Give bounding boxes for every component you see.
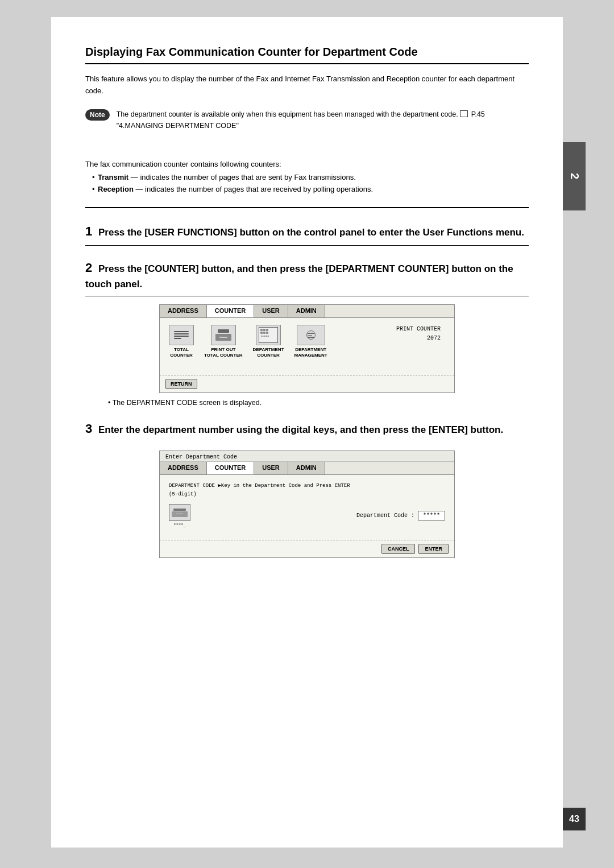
dept-counter-icon: **** [256,325,281,345]
page-title: Displaying Fax Communication Counter for… [85,46,529,64]
dept-fax-icon-wrap: ****_ [169,504,190,527]
note-badge: Note [85,109,110,121]
page: 2 43 Displaying Fax Communication Counte… [51,17,563,848]
tab-admin[interactable]: ADMIN [288,305,325,317]
screen1-body: TOTALCOUNTER [160,318,454,375]
counters-intro: The fax communication counter contains f… [85,160,529,168]
page-number: 43 [563,808,586,830]
intro-text: This feature allows you to display the n… [85,73,529,97]
mgmt-circle [306,330,316,340]
screen1-icons-row: TOTALCOUNTER [169,325,327,358]
tab-counter[interactable]: COUNTER [207,305,254,317]
tab2-address[interactable]: ADDRESS [160,462,207,474]
dept-fax-icon [169,504,190,521]
tab2-admin[interactable]: ADMIN [288,462,325,474]
dept-mgmt-icon-item[interactable]: DEPARTMENTMANAGEMENT [294,325,327,358]
tab2-user[interactable]: USER [254,462,288,474]
screen1-footer: RETURN [160,375,454,392]
step-2-heading: 2 Press the [COUNTER] button, and then p… [85,258,529,297]
bullet-list: Transmit — indicates the number of pages… [85,172,529,196]
printout-counter-label: PRINT OUTTOTAL COUNTER [204,347,243,358]
dept-counter-icon-item[interactable]: **** DEPARTMENTCOUNTER [253,325,284,358]
tab2-counter[interactable]: COUNTER [207,462,254,474]
fax-icon: **** [259,327,278,343]
note-text: The department counter is available only… [117,110,485,130]
bullet-reception: Reception — indicates the number of page… [92,184,529,196]
step-1-heading: 1 Press the [USER FUNCTIONS] button on t… [85,222,529,246]
screen1-tabs: ADDRESS COUNTER USER ADMIN [160,305,454,318]
dept-mgmt-label: DEPARTMENTMANAGEMENT [294,347,327,358]
step-3: 3 Enter the department number using the … [85,419,529,558]
step-2: 2 Press the [COUNTER] button, and then p… [85,258,529,407]
printer-top [218,329,229,333]
total-counter-icon [169,325,194,345]
printer-body [215,334,231,341]
dept-code-box: Department Code : ***** [356,511,445,520]
cancel-button[interactable]: CANCEL [381,544,416,554]
step-3-heading: 3 Enter the department number using the … [85,419,529,443]
screen2-body: DEPARTMENT CODE ▶Key in the Department C… [160,475,454,540]
screen2-footer: CANCEL ENTER [160,540,454,557]
total-counter-icon-item[interactable]: TOTALCOUNTER [169,325,194,358]
step-1: 1 Press the [USER FUNCTIONS] button on t… [85,222,529,246]
note-content: The department counter is available only… [117,109,529,132]
total-counter-label: TOTALCOUNTER [170,347,193,358]
screen2-tabs: ADDRESS COUNTER USER ADMIN [160,462,454,475]
sidebar-tab: 2 [563,142,586,210]
screen1-note: The DEPARTMENT CODE screen is displayed. [108,399,529,407]
tab-user[interactable]: USER [254,305,288,317]
enter-button[interactable]: ENTER [418,544,449,554]
dept-icons-row: ****_ Department Code : ***** [169,504,445,527]
screen1-mockup: ADDRESS COUNTER USER ADMIN [159,304,455,393]
screen2-mockup: Enter Department Code ADDRESS COUNTER US… [159,450,455,558]
screen2-top-label: Enter Department Code [160,451,454,462]
book-icon [460,110,468,117]
return-button[interactable]: RETURN [165,379,197,389]
bullet-transmit: Transmit — indicates the number of pages… [92,172,529,184]
note-box: Note The department counter is available… [85,109,529,132]
dept-info: DEPARTMENT CODE ▶Key in the Department C… [169,482,445,498]
dept-mgmt-icon [297,325,325,345]
printer-slot [219,337,227,338]
print-counter-display: PRINT COUNTER 2072 [396,325,445,343]
printout-counter-icon [211,325,236,345]
sidebar-number: 2 [568,173,581,179]
dept-code-input[interactable]: ***** [418,511,445,520]
dept-code-label: Department Code : [356,512,414,519]
tab-address[interactable]: ADDRESS [160,305,207,317]
printout-counter-icon-item[interactable]: PRINT OUTTOTAL COUNTER [204,325,243,358]
dept-counter-label: DEPARTMENTCOUNTER [253,347,284,358]
